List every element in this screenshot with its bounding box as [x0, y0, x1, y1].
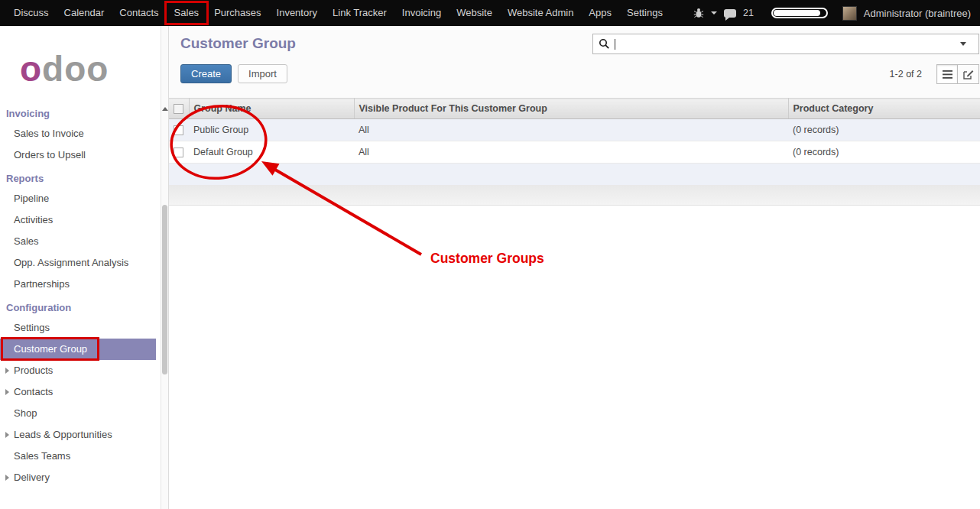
expand-caret-icon [5, 475, 9, 481]
sidebar-item-delivery[interactable]: Delivery [0, 467, 156, 488]
pager[interactable]: 1-2 of 2 [890, 69, 922, 79]
expand-caret-icon [5, 368, 9, 374]
menu-sales[interactable]: Sales [167, 0, 207, 26]
logo-rest: doo [42, 49, 109, 89]
expand-caret-icon [5, 432, 9, 438]
sidebar-item-partnerships[interactable]: Partnerships [0, 274, 156, 295]
user-avatar[interactable] [842, 6, 857, 21]
section-invoicing: Invoicing [0, 101, 168, 123]
sidebar-item-delivery-label: Delivery [14, 472, 50, 483]
sidebar-scrollbar[interactable] [161, 26, 168, 509]
expand-caret-icon [5, 389, 9, 395]
cell-product-category[interactable]: (0 records) [788, 119, 980, 141]
menu-website[interactable]: Website [449, 0, 500, 26]
menu-discuss[interactable]: Discuss [6, 0, 57, 26]
customer-group-table: Group Name Visible Product For This Cust… [169, 98, 980, 186]
odoo-logo: odoo [20, 41, 168, 96]
select-all-header[interactable] [169, 99, 189, 119]
sidebar-item-sales-to-invoice[interactable]: Sales to Invoice [0, 123, 156, 144]
table-row-empty [169, 164, 980, 186]
import-button[interactable]: Import [238, 64, 287, 83]
timer-fill [774, 10, 820, 16]
row-checkbox[interactable] [174, 148, 183, 157]
table-row-public-group[interactable]: Public Group All (0 records) [169, 119, 980, 141]
search-dropdown-caret-icon[interactable] [960, 42, 966, 46]
text-cursor [615, 39, 615, 50]
control-panel: Customer Group Create Import 1-2 of 2 [169, 26, 980, 98]
topbar-right: 21 Administrator (braintree) [693, 6, 980, 21]
cell-group-name[interactable]: Default Group [189, 141, 354, 164]
top-menu: Discuss Calendar Contacts Sales Purchase… [0, 0, 670, 26]
user-menu[interactable]: Administrator (braintree) [864, 8, 971, 19]
sidebar: odoo Invoicing Sales to Invoice Orders t… [0, 26, 168, 509]
action-buttons: Create Import [180, 64, 287, 83]
sidebar-item-contacts-label: Contacts [14, 386, 53, 397]
list-view-button[interactable] [936, 64, 958, 84]
cell-product-category[interactable]: (0 records) [788, 141, 980, 164]
menu-settings[interactable]: Settings [619, 0, 670, 26]
section-configuration: Configuration [0, 295, 168, 317]
main-content: Customer Group Create Import 1-2 of 2 [168, 26, 980, 509]
sidebar-item-activities[interactable]: Activities [0, 209, 156, 231]
row-select-cell[interactable] [169, 119, 189, 141]
col-header-group-name[interactable]: Group Name [189, 99, 354, 119]
menu-sales-label: Sales [174, 7, 200, 18]
table-row-default-group[interactable]: Default Group All (0 records) [169, 141, 980, 164]
form-view-button[interactable] [958, 64, 979, 84]
cell-group-name[interactable]: Public Group [189, 119, 354, 141]
search-input[interactable] [618, 34, 960, 53]
messages-icon[interactable] [724, 9, 736, 18]
row-checkbox[interactable] [174, 125, 183, 135]
scrollbar-thumb[interactable] [162, 205, 167, 374]
topbar: Discuss Calendar Contacts Sales Purchase… [0, 0, 980, 26]
sidebar-item-sales[interactable]: Sales [0, 231, 156, 252]
search-bar[interactable] [592, 34, 979, 54]
scroll-up-arrow-icon[interactable] [162, 107, 168, 111]
menu-apps[interactable]: Apps [581, 0, 619, 26]
create-button[interactable]: Create [180, 64, 232, 83]
sidebar-item-products[interactable]: Products [0, 360, 156, 381]
sidebar-item-products-label: Products [14, 365, 53, 376]
debug-dropdown-caret-icon[interactable] [711, 11, 717, 15]
view-switcher [936, 64, 979, 84]
timer-widget[interactable] [771, 8, 828, 18]
messages-count[interactable]: 21 [743, 8, 754, 18]
page-title: Customer Group [180, 35, 296, 52]
sidebar-item-leads-opportunities-label: Leads & Opportunities [14, 429, 112, 440]
bug-icon[interactable] [693, 8, 704, 18]
list-view-icon [943, 70, 952, 79]
table-header-row: Group Name Visible Product For This Cust… [169, 99, 980, 119]
section-reports: Reports [0, 166, 168, 188]
row-select-cell[interactable] [169, 141, 189, 164]
menu-contacts[interactable]: Contacts [112, 0, 166, 26]
col-header-product-category[interactable]: Product Category [788, 99, 980, 119]
sidebar-item-opp-assignment-analysis[interactable]: Opp. Assignment Analysis [0, 252, 156, 274]
menu-calendar[interactable]: Calendar [57, 0, 112, 26]
menu-inventory[interactable]: Inventory [269, 0, 325, 26]
cell-visible-product[interactable]: All [354, 119, 788, 141]
menu-website-admin[interactable]: Website Admin [500, 0, 581, 26]
menu-purchases[interactable]: Purchases [206, 0, 268, 26]
sidebar-item-customer-group[interactable]: Customer Group [0, 339, 156, 360]
sidebar-item-settings[interactable]: Settings [0, 317, 156, 339]
select-all-checkbox[interactable] [174, 104, 183, 114]
sidebar-item-sales-teams[interactable]: Sales Teams [0, 446, 156, 467]
menu-invoicing[interactable]: Invoicing [394, 0, 449, 26]
sidebar-item-contacts[interactable]: Contacts [0, 381, 156, 403]
sidebar-item-customer-group-label: Customer Group [14, 343, 87, 355]
sidebar-item-leads-opportunities[interactable]: Leads & Opportunities [0, 424, 156, 446]
col-header-visible-product[interactable]: Visible Product For This Customer Group [354, 99, 788, 119]
sidebar-item-orders-to-upsell[interactable]: Orders to Upsell [0, 144, 156, 166]
logo-first-letter: o [20, 49, 42, 89]
table-footer-strip [169, 186, 980, 206]
search-icon[interactable] [599, 38, 610, 50]
cell-visible-product[interactable]: All [354, 141, 788, 164]
form-view-icon [963, 69, 974, 79]
sidebar-item-pipeline[interactable]: Pipeline [0, 188, 156, 209]
menu-link-tracker[interactable]: Link Tracker [325, 0, 394, 26]
sidebar-item-shop[interactable]: Shop [0, 403, 156, 424]
